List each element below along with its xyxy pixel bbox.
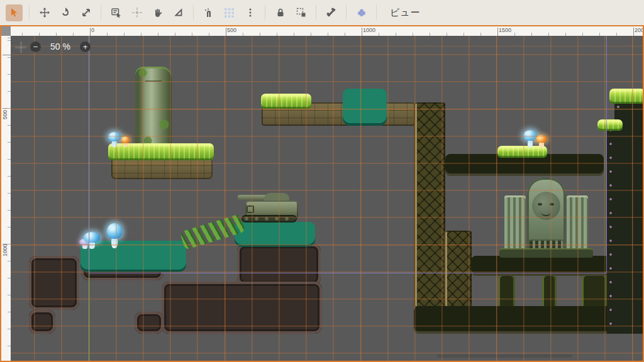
zoom-in-button[interactable]: + <box>80 41 91 52</box>
hand-icon <box>153 8 163 18</box>
selection-bounds <box>89 25 607 273</box>
ruler-corner <box>1 26 11 36</box>
zoom-level-label[interactable]: 50 % <box>48 41 72 52</box>
list-select-button[interactable] <box>108 4 125 21</box>
move-tool-button[interactable] <box>36 4 53 21</box>
toolbar-separator <box>193 5 194 20</box>
triangle-ruler-icon <box>174 8 184 18</box>
scale-icon <box>81 8 91 18</box>
rotate-tool-button[interactable] <box>57 4 74 21</box>
list-select-icon <box>111 8 121 18</box>
floor-shadow <box>437 354 572 358</box>
pivot-crosshair-icon <box>132 8 142 18</box>
scale-tool-button[interactable] <box>77 4 94 21</box>
tile-right-cliff-grass[interactable] <box>609 89 644 104</box>
ghost-move-gizmo-icon <box>15 41 26 53</box>
ruler-label: 0 <box>91 27 94 33</box>
toolbar-separator <box>101 5 101 20</box>
toolbar-separator <box>346 5 347 20</box>
zoom-out-button[interactable]: − <box>30 41 41 52</box>
lock-icon <box>275 8 286 18</box>
rotate-icon <box>60 8 70 18</box>
toolbar: ビュー <box>0 0 644 25</box>
vertical-ruler[interactable] <box>1 36 11 361</box>
lock-button[interactable] <box>272 4 289 21</box>
toolbar-separator <box>316 5 316 20</box>
pan-tool-button[interactable] <box>149 4 166 21</box>
horizontal-ruler[interactable] <box>1 26 643 36</box>
tile-right-cliff-wall[interactable] <box>607 125 644 334</box>
move-icon <box>40 8 50 18</box>
ruler-label: 1000 <box>2 244 8 256</box>
tile-ground-step[interactable] <box>135 312 164 334</box>
flower-options-button[interactable] <box>353 4 370 21</box>
ruler-label: 2000 <box>635 27 644 33</box>
ruler-label: 500 <box>227 27 236 33</box>
smart-snap-button[interactable] <box>200 4 217 21</box>
group-icon <box>296 8 306 18</box>
ruler-label: 1000 <box>363 27 375 33</box>
tile-left-block[interactable] <box>29 256 79 310</box>
view-menu-button[interactable]: ビュー <box>384 4 427 21</box>
ruler-tool-button[interactable] <box>170 4 187 21</box>
2d-canvas-viewport[interactable]: 0 500 1000 1500 2000 500 1000 − 50 % + <box>0 25 644 362</box>
tile-moss-pillar[interactable] <box>542 276 557 309</box>
grid-snap-button[interactable] <box>221 4 238 21</box>
ruler-label: 1500 <box>499 27 511 33</box>
snap-options-button[interactable] <box>242 4 258 21</box>
tile-moss-pillar[interactable] <box>498 276 515 309</box>
pivot-tool-button[interactable] <box>128 4 145 21</box>
skeleton-options-button[interactable] <box>323 4 340 21</box>
tile-left-block-foot[interactable] <box>29 310 55 334</box>
tile-bottom-ground-mass[interactable] <box>162 282 322 334</box>
bone-icon <box>326 8 336 18</box>
grid-snap-icon <box>225 8 234 18</box>
blue-flower-icon <box>357 8 367 18</box>
group-button[interactable] <box>292 4 309 21</box>
zoom-controls: − 50 % + <box>30 40 91 53</box>
select-tool-button[interactable] <box>6 4 23 21</box>
three-dots-icon <box>245 8 255 18</box>
toolbar-separator <box>265 5 265 20</box>
toolbar-separator <box>29 5 30 20</box>
tile-moss-pillar[interactable] <box>582 276 607 309</box>
ruler-label: 500 <box>2 110 8 119</box>
select-cursor-icon <box>9 8 19 18</box>
toolbar-separator <box>376 5 377 20</box>
magnet-snap-icon <box>204 8 214 18</box>
